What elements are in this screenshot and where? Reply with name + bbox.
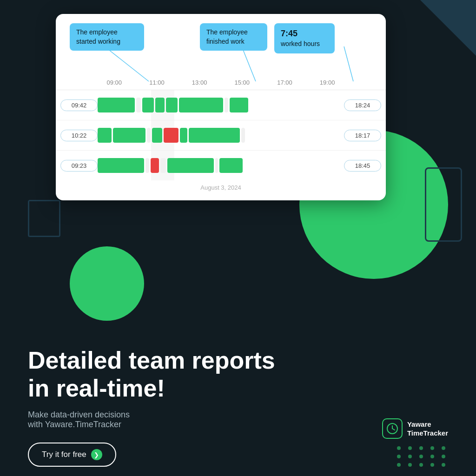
chart-card: The employee started working The employe… xyxy=(56,14,386,200)
time-label-5: 19:00 xyxy=(320,79,335,86)
cta-label: Try it for free xyxy=(42,450,86,459)
bg-rect-right xyxy=(425,167,462,242)
brand-name: Yaware TimeTracker xyxy=(407,420,448,438)
tooltip-finish: The employee finished work xyxy=(200,23,267,51)
bar-green xyxy=(113,128,145,143)
dot xyxy=(419,463,423,467)
bar-gap xyxy=(145,158,149,173)
chart-date: August 3, 2024 xyxy=(56,180,386,191)
row3-end-time: 18:45 xyxy=(344,160,381,172)
bar-green xyxy=(166,98,178,112)
row1-bars xyxy=(98,96,344,114)
bar-green xyxy=(180,128,187,143)
row2-end-time: 18:17 xyxy=(344,130,381,141)
bar-green xyxy=(219,158,243,173)
bar-green xyxy=(142,98,154,112)
headline-line1: Detailed team reports xyxy=(28,347,448,375)
row3-bars xyxy=(98,156,344,175)
dot xyxy=(419,455,423,458)
bar-green xyxy=(230,98,248,112)
brand-icon xyxy=(382,418,403,439)
dot xyxy=(442,463,445,467)
tooltip-start-text: The employee started working xyxy=(76,28,120,45)
dots-grid xyxy=(397,446,448,467)
bg-rect-left xyxy=(28,200,60,237)
bg-circle-small xyxy=(70,246,144,321)
bar-gap xyxy=(160,158,166,173)
row2-start-time: 10:22 xyxy=(60,130,98,141)
row1-start-time: 09:42 xyxy=(60,99,98,111)
dot xyxy=(419,446,423,450)
dot xyxy=(430,446,434,450)
bar-gap xyxy=(241,128,245,143)
tooltip-finish-text: The employee finished work xyxy=(206,28,248,45)
dot xyxy=(397,463,401,467)
bar-green xyxy=(179,98,223,112)
bar-gap xyxy=(215,158,218,173)
tooltip-hours: 7:45 worked hours xyxy=(274,23,335,53)
bar-green xyxy=(98,128,112,143)
dot xyxy=(397,455,401,458)
dot xyxy=(442,455,445,458)
cta-button[interactable]: Try it for free ❯ xyxy=(28,443,116,467)
bar-red xyxy=(151,158,159,173)
bar-green xyxy=(189,128,240,143)
time-label-0: 09:00 xyxy=(107,79,122,86)
bar-gap xyxy=(136,98,141,112)
table-row: 09:23 18:45 xyxy=(56,151,386,180)
dot xyxy=(397,446,401,450)
time-label-3: 15:00 xyxy=(235,79,250,86)
time-label-1: 11:00 xyxy=(149,79,165,86)
bar-red xyxy=(164,128,178,143)
bar-gap xyxy=(147,128,151,143)
brand-line1: Yaware xyxy=(407,420,448,429)
dot xyxy=(408,446,412,450)
clock-icon xyxy=(386,423,398,435)
headline-line2: in real-time! xyxy=(28,375,448,403)
dot xyxy=(430,463,434,467)
tooltip-hours-label: worked hours xyxy=(281,40,328,49)
row3-start-time: 09:23 xyxy=(60,160,98,172)
dot xyxy=(430,455,434,458)
cta-arrow-icon: ❯ xyxy=(91,449,102,460)
chart-rows: 09:42 18:24 10:22 xyxy=(56,90,386,180)
page-wrapper: The employee started working The employe… xyxy=(0,0,476,476)
bar-green xyxy=(98,158,144,173)
brand-line2: TimeTracker xyxy=(407,429,448,438)
bar-green xyxy=(167,158,214,173)
bar-green xyxy=(98,98,135,112)
svg-line-5 xyxy=(392,429,395,430)
tooltip-hours-value: 7:45 xyxy=(281,28,328,40)
table-row: 09:42 18:24 xyxy=(56,90,386,120)
bar-gap xyxy=(225,98,228,112)
brand-logo: Yaware TimeTracker xyxy=(382,418,448,439)
bar-green xyxy=(152,128,162,143)
bar-green xyxy=(155,98,165,112)
dot xyxy=(408,455,412,458)
dot xyxy=(442,446,445,450)
tooltip-start: The employee started working xyxy=(70,23,144,51)
row1-end-time: 18:24 xyxy=(344,99,381,111)
row2-bars xyxy=(98,126,344,145)
dot xyxy=(408,463,412,467)
time-label-2: 13:00 xyxy=(192,79,207,86)
bg-triangle xyxy=(420,0,476,56)
headline: Detailed team reports in real-time! xyxy=(28,347,448,403)
table-row: 10:22 18:17 xyxy=(56,120,386,151)
time-label-4: 17:00 xyxy=(277,79,292,86)
